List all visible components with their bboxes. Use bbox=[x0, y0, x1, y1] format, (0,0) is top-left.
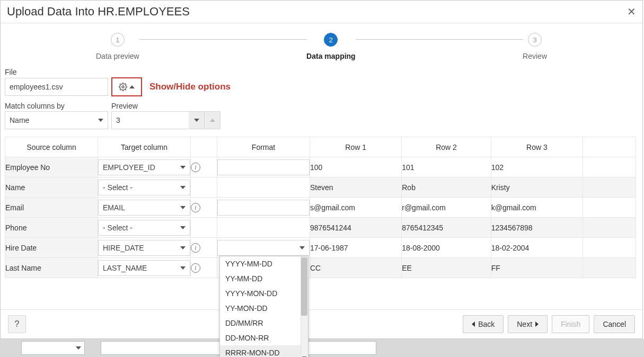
step-connector bbox=[139, 39, 306, 40]
format-option[interactable]: RRRR-MON-DD bbox=[220, 345, 308, 357]
preview-count-input[interactable] bbox=[111, 111, 189, 129]
dropdown-scrollbar[interactable] bbox=[301, 256, 308, 357]
chevron-down-icon bbox=[180, 186, 186, 189]
info-icon[interactable]: i bbox=[191, 163, 200, 172]
preview-data-cell: Kristy bbox=[491, 177, 583, 198]
format-cell bbox=[217, 157, 310, 177]
chevron-down-icon bbox=[194, 119, 199, 122]
format-option[interactable]: YYYY-MM-DD bbox=[220, 256, 308, 271]
format-option[interactable]: YY-MM-DD bbox=[220, 271, 308, 286]
cancel-label: Cancel bbox=[603, 320, 626, 328]
file-input[interactable] bbox=[5, 78, 108, 96]
preview-data-cell: r@gmail.com bbox=[402, 198, 491, 218]
format-select[interactable] bbox=[217, 240, 310, 256]
source-column-cell: Hire Date bbox=[5, 238, 98, 258]
target-column-value: - Select - bbox=[103, 183, 133, 192]
format-dropdown: YYYY-MM-DDYY-MM-DDYYYY-MON-DDYY-MON-DDDD… bbox=[219, 256, 308, 357]
target-column-select[interactable]: EMAIL bbox=[98, 200, 190, 216]
step-label-2: Data mapping bbox=[306, 52, 356, 60]
target-column-value: LAST_NAME bbox=[103, 264, 147, 272]
target-column-value: - Select - bbox=[103, 224, 133, 232]
preview-data-cell: s@gmail.com bbox=[310, 198, 402, 218]
format-cell bbox=[217, 198, 310, 218]
preview-data-cell: 17-06-1987 bbox=[310, 238, 402, 258]
preview-increment-button[interactable] bbox=[205, 111, 220, 129]
spacer-cell bbox=[583, 218, 636, 238]
target-column-select[interactable]: - Select - bbox=[98, 180, 190, 195]
chevron-down-icon bbox=[180, 246, 186, 249]
preview-decrement-button[interactable] bbox=[189, 111, 205, 129]
step-review[interactable]: 3 Review bbox=[523, 33, 547, 60]
annotation-label: Show/Hide options bbox=[149, 82, 231, 92]
controls-area: File Show/Hide options Match columns by … bbox=[1, 60, 642, 133]
spacer-cell bbox=[583, 157, 636, 177]
file-label: File bbox=[5, 68, 636, 76]
target-column-select[interactable]: EMPLOYEE_ID bbox=[98, 159, 190, 175]
background-toolbar bbox=[0, 339, 644, 357]
next-button[interactable]: Next bbox=[508, 315, 548, 333]
next-label: Next bbox=[517, 320, 532, 328]
target-column-value: HIRE_DATE bbox=[103, 244, 144, 252]
match-columns-value: Name bbox=[10, 116, 29, 124]
preview-data-cell: 101 bbox=[402, 157, 491, 177]
chevron-up-icon bbox=[210, 119, 215, 122]
col-header-source: Source column bbox=[5, 137, 98, 157]
step-circle-3: 3 bbox=[528, 33, 542, 47]
info-icon[interactable]: i bbox=[191, 243, 200, 253]
preview-label: Preview bbox=[111, 102, 220, 110]
gear-icon bbox=[119, 83, 127, 91]
table-row: Hire DateHIRE_DATEiYYYY-MM-DDYY-MM-DDYYY… bbox=[5, 238, 636, 258]
step-label-1: Data preview bbox=[96, 52, 139, 60]
help-button[interactable]: ? bbox=[8, 315, 26, 333]
target-column-select[interactable]: LAST_NAME bbox=[98, 260, 190, 276]
spacer-cell bbox=[583, 198, 636, 218]
col-header-format: Format bbox=[217, 137, 310, 157]
step-data-mapping[interactable]: 2 Data mapping bbox=[306, 33, 356, 60]
chevron-down-icon bbox=[76, 346, 81, 350]
preview-data-cell: 18-02-2004 bbox=[491, 238, 583, 258]
show-hide-options-button[interactable] bbox=[111, 77, 142, 96]
chevron-up-icon bbox=[129, 85, 135, 88]
target-column-cell: EMAIL bbox=[98, 198, 191, 218]
preview-data-cell: Steven bbox=[310, 177, 402, 198]
format-option[interactable]: DD/MM/RR bbox=[220, 316, 308, 331]
triangle-right-icon bbox=[535, 322, 539, 327]
source-column-cell: Employee No bbox=[5, 157, 98, 177]
chevron-down-icon bbox=[180, 226, 186, 229]
target-column-cell: EMPLOYEE_ID bbox=[98, 157, 191, 177]
background-select-1[interactable] bbox=[21, 341, 85, 355]
table-row: Phone- Select -9876541244876541234512345… bbox=[5, 218, 636, 238]
back-button[interactable]: Back bbox=[463, 315, 504, 333]
format-option[interactable]: DD-MON-RR bbox=[220, 331, 308, 345]
target-column-select[interactable]: - Select - bbox=[98, 220, 190, 236]
table-row: Name- Select -StevenRobKristy bbox=[5, 177, 636, 198]
format-input[interactable] bbox=[217, 200, 310, 216]
preview-data-cell: 102 bbox=[491, 157, 583, 177]
match-columns-select[interactable]: Name bbox=[5, 111, 108, 129]
info-icon[interactable]: i bbox=[191, 263, 200, 273]
info-cell bbox=[191, 177, 217, 198]
close-icon[interactable]: ✕ bbox=[627, 6, 636, 17]
table-row: EmailEMAILis@gmail.comr@gmail.comk@gmail… bbox=[5, 198, 636, 218]
step-data-preview[interactable]: 1 Data preview bbox=[96, 33, 139, 60]
cancel-button[interactable]: Cancel bbox=[594, 315, 635, 333]
info-icon[interactable]: i bbox=[191, 203, 200, 212]
source-column-cell: Email bbox=[5, 198, 98, 218]
format-option[interactable]: YYYY-MON-DD bbox=[220, 286, 308, 301]
back-label: Back bbox=[478, 320, 495, 328]
col-header-row1: Row 1 bbox=[310, 137, 402, 157]
format-option[interactable]: YY-MON-DD bbox=[220, 301, 308, 316]
target-column-cell: - Select - bbox=[98, 177, 191, 198]
col-header-target: Target column bbox=[98, 137, 191, 157]
source-column-cell: Name bbox=[5, 177, 98, 198]
chevron-down-icon bbox=[180, 166, 186, 169]
preview-data-cell: 1234567898 bbox=[491, 218, 583, 238]
col-header-row2: Row 2 bbox=[402, 137, 491, 157]
step-circle-1: 1 bbox=[111, 33, 125, 47]
preview-data-cell: FF bbox=[491, 258, 583, 278]
target-column-select[interactable]: HIRE_DATE bbox=[98, 240, 190, 256]
format-input[interactable] bbox=[217, 159, 310, 175]
match-columns-label: Match columns by bbox=[5, 102, 108, 110]
source-column-cell: Last Name bbox=[5, 258, 98, 278]
scrollbar-thumb[interactable] bbox=[301, 257, 307, 316]
